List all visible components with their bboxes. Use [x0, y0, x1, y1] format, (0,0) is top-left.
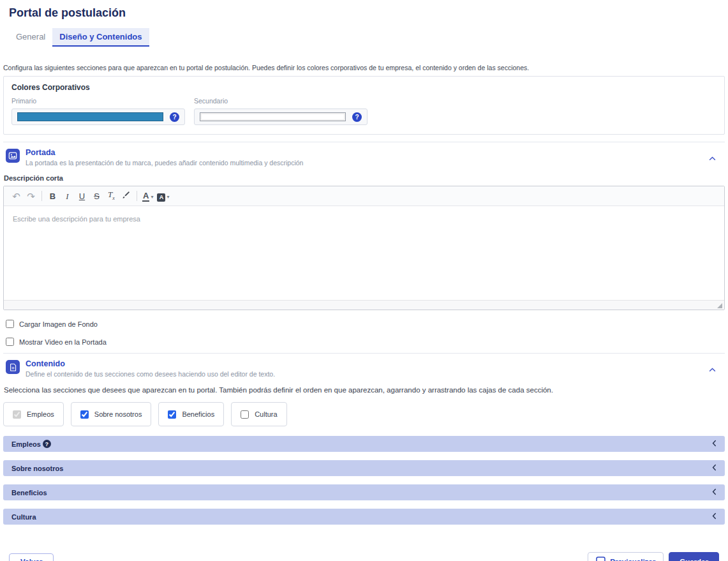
font-color-letter: A — [142, 191, 149, 202]
toolbar-divider — [137, 191, 137, 201]
resize-grip-icon[interactable] — [717, 303, 722, 308]
chevron-up-icon[interactable] — [709, 363, 716, 375]
redo-icon[interactable]: ↷ — [24, 187, 38, 206]
portada-titles: Portada La portada es la presentación de… — [26, 148, 703, 167]
dropdown-caret-icon: ▾ — [167, 194, 169, 200]
font-color-button[interactable]: A▾ — [140, 186, 155, 206]
background-image-checkbox[interactable] — [6, 320, 14, 328]
editor-toolbar: ↶ ↷ B I U S Tx A▾ A▾ — [4, 186, 724, 206]
section-option-sobre-nosotros[interactable]: Sobre nosotros — [71, 402, 152, 426]
chevron-left-icon[interactable] — [712, 512, 717, 521]
show-video-checkbox[interactable] — [6, 338, 14, 346]
accordion-beneficios[interactable]: Beneficios — [3, 484, 725, 500]
tab-general[interactable]: General — [9, 28, 52, 47]
section-accordions: Empleos ? Sobre nosotros Beneficios — [3, 436, 725, 525]
contenido-section: Contenido Define el contenido de tus sec… — [3, 353, 725, 525]
accordion-label: Beneficios — [11, 489, 47, 497]
accordion-empleos[interactable]: Empleos ? — [3, 436, 725, 452]
chevron-left-icon[interactable] — [712, 440, 717, 448]
short-description-label: Descripción corta — [4, 174, 725, 182]
background-image-checkbox-label: Cargar Imagen de Fondo — [19, 320, 98, 328]
chevron-up-icon[interactable] — [709, 152, 716, 163]
option-label: Empleos — [27, 410, 54, 418]
primary-color-swatch[interactable] — [17, 112, 163, 121]
primary-color-picker[interactable]: ? — [11, 108, 185, 125]
underline-button[interactable]: U — [75, 187, 89, 206]
help-icon[interactable]: ? — [170, 112, 179, 122]
portada-title: Portada — [26, 148, 703, 157]
beneficios-checkbox[interactable] — [168, 410, 176, 419]
preview-button-label: Previsualizar — [610, 558, 655, 561]
section-option-beneficios[interactable]: Beneficios — [158, 402, 224, 426]
contenido-header[interactable]: Contenido Define el contenido de tus sec… — [3, 359, 725, 378]
contenido-titles: Contenido Define el contenido de tus sec… — [26, 359, 703, 378]
option-label: Sobre nosotros — [94, 410, 142, 418]
undo-icon[interactable]: ↶ — [9, 187, 24, 206]
portada-subtitle: La portada es la presentación de tu marc… — [26, 159, 703, 167]
background-color-letter: A — [157, 193, 165, 202]
page-title: Portal de postulación — [9, 6, 725, 20]
tab-bar: General Diseño y Contenidos — [9, 28, 725, 47]
footer-right-buttons: Previsualizar Guardar — [588, 552, 719, 561]
bold-button[interactable]: B — [45, 187, 60, 206]
portal-settings-page: Portal de postulación General Diseño y C… — [0, 0, 728, 561]
chevron-left-icon[interactable] — [712, 488, 717, 497]
corporate-colors-title: Colores Corporativos — [11, 83, 717, 92]
primary-color-column: Primario ? — [11, 97, 185, 125]
secondary-color-swatch[interactable] — [200, 112, 346, 121]
italic-button[interactable]: I — [60, 187, 75, 206]
contenido-subtitle: Define el contenido de tus secciones com… — [26, 370, 703, 378]
tab-diseno-contenidos[interactable]: Diseño y Contenidos — [52, 28, 149, 47]
color-columns: Primario ? Secundario ? — [11, 97, 717, 125]
contenido-title: Contenido — [26, 359, 703, 368]
footer-actions: Volver Previsualizar Guardar — [9, 552, 719, 561]
editor-content-area[interactable]: Escribe una descripción para tu empresa — [4, 206, 724, 300]
empleos-checkbox[interactable] — [13, 410, 21, 419]
show-video-checkbox-label: Mostrar Video en la Portada — [19, 338, 107, 346]
section-option-empleos[interactable]: Empleos — [3, 402, 64, 426]
secondary-color-column: Secundario ? — [194, 97, 368, 125]
cultura-checkbox[interactable] — [241, 410, 249, 419]
section-option-cultura[interactable]: Cultura — [231, 402, 286, 426]
sobre-nosotros-checkbox[interactable] — [80, 410, 89, 419]
help-icon[interactable]: ? — [43, 440, 51, 448]
back-button[interactable]: Volver — [9, 553, 54, 561]
chevron-left-icon[interactable] — [712, 464, 717, 472]
remove-format-x: x — [112, 195, 115, 200]
editor-status-bar — [4, 300, 724, 310]
preview-button[interactable]: Previsualizar — [588, 552, 664, 561]
sections-instructions: Selecciona las secciones que desees que … — [4, 386, 725, 394]
toolbar-divider — [41, 191, 42, 201]
portada-section: Portada La portada es la presentación de… — [3, 142, 725, 346]
section-options-row: Empleos Sobre nosotros Beneficios Cultur… — [3, 402, 725, 426]
portada-header[interactable]: Portada La portada es la presentación de… — [3, 148, 725, 167]
primary-color-label: Primario — [11, 97, 185, 105]
rich-text-editor: ↶ ↷ B I U S Tx A▾ A▾ Escribe una descrip… — [3, 186, 725, 310]
option-label: Beneficios — [182, 410, 214, 418]
accordion-label: Empleos — [11, 440, 41, 448]
background-image-checkbox-row[interactable]: Cargar Imagen de Fondo — [6, 320, 725, 328]
secondary-color-label: Secundario — [194, 97, 368, 105]
preview-icon — [596, 557, 605, 561]
option-label: Cultura — [255, 410, 277, 418]
accordion-label: Cultura — [11, 513, 36, 521]
accordion-sobre-nosotros[interactable]: Sobre nosotros — [3, 460, 725, 476]
remove-format-button[interactable]: Tx — [104, 185, 119, 207]
secondary-color-picker[interactable]: ? — [194, 108, 368, 125]
dropdown-caret-icon: ▾ — [151, 194, 153, 200]
document-icon — [6, 360, 20, 374]
corporate-colors-card: Colores Corporativos Primario ? Secundar… — [3, 76, 725, 135]
intro-text: Configura las siguientes secciones para … — [3, 64, 725, 71]
accordion-cultura[interactable]: Cultura — [3, 509, 725, 525]
help-icon[interactable]: ? — [352, 112, 362, 122]
save-button[interactable]: Guardar — [669, 552, 719, 561]
format-painter-icon[interactable] — [119, 187, 133, 206]
cover-image-icon — [6, 149, 20, 163]
strikethrough-button[interactable]: S — [89, 187, 104, 206]
show-video-checkbox-row[interactable]: Mostrar Video en la Portada — [6, 338, 725, 346]
background-color-button[interactable]: A▾ — [155, 186, 171, 206]
accordion-label: Sobre nosotros — [11, 465, 63, 472]
